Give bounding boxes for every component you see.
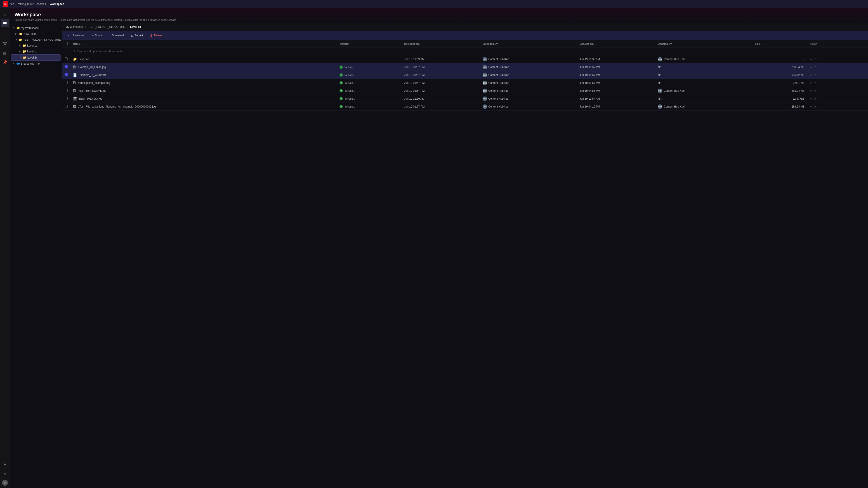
row-checkbox-cell[interactable]: [62, 55, 70, 63]
page-title: Workspace: [14, 12, 864, 18]
toolbar-delete-button[interactable]: 🗑 Delete: [147, 33, 164, 38]
row-checkbox-cell[interactable]: [62, 87, 70, 95]
file-name-text[interactable]: TEST_PROXY.mov: [79, 97, 102, 100]
more-icon[interactable]: ⋮: [822, 66, 825, 69]
file-breadcrumb-my-workspace[interactable]: My Workspace: [66, 25, 84, 29]
sidebar-list-icon[interactable]: ☰: [1, 31, 9, 39]
edit-icon[interactable]: ✏: [810, 58, 812, 61]
edit-icon[interactable]: ✏: [810, 66, 812, 69]
sidebar-image-icon[interactable]: 🖼: [1, 40, 9, 48]
drag-drop-row[interactable]: ⬆ Drag and drop additional files or fold…: [62, 47, 868, 55]
share-icon[interactable]: ↗: [814, 81, 816, 85]
download-row-icon[interactable]: ↓: [818, 89, 820, 93]
file-name-text[interactable]: Example_DI_Guide.jpg: [78, 66, 106, 69]
share-icon[interactable]: ↗: [814, 73, 816, 77]
download-row-icon[interactable]: ↓: [818, 58, 820, 61]
share-icon[interactable]: ↗: [814, 97, 816, 101]
share-icon[interactable]: ↗: [814, 105, 816, 108]
folder-test-folder-icon: 📁: [19, 38, 22, 41]
row-checkbox[interactable]: [65, 89, 68, 92]
breadcrumb-project[interactable]: NPS Training TEST: Season 1: [10, 2, 46, 6]
more-icon[interactable]: ⋮: [822, 89, 825, 93]
tree-item-new-folder[interactable]: ▶ 📁 New Folder: [11, 31, 61, 37]
th-uploaded-on[interactable]: Uploaded On: [401, 40, 480, 47]
uploaded-by-name: Content Hub Karl: [489, 73, 509, 76]
row-updated-by-cell: CHK Content Hub Karl: [655, 87, 752, 95]
edit-icon[interactable]: ✏: [810, 105, 812, 108]
row-checkbox[interactable]: [65, 81, 68, 84]
tree-item-test-folder[interactable]: ▼ 📁 TEST_FOLDER_STRUCTURE: [11, 37, 61, 42]
user-avatar[interactable]: U: [2, 480, 8, 486]
tree-item-level-1b[interactable]: ▶ 📁 Level 1b: [11, 48, 61, 54]
file-name-text[interactable]: Test_File_RENAME.jpg: [78, 89, 106, 92]
row-uploaded-by-cell: CHK Content Hub Karl: [480, 55, 577, 63]
toolbar-download-button[interactable]: ↓ Download: [107, 33, 127, 38]
settings-icon[interactable]: ⚙: [1, 470, 9, 478]
more-icon[interactable]: ⋮: [822, 81, 825, 85]
more-icon[interactable]: ⋮: [822, 97, 825, 101]
row-checkbox[interactable]: [65, 73, 68, 76]
tree-item-my-workspace[interactable]: ▼ 📁 My Workspace: [11, 25, 61, 31]
tree-item-shared-with-me[interactable]: ▶ 👥 Shared with me: [11, 61, 61, 66]
share-icon[interactable]: ↗: [814, 66, 816, 69]
share-icon[interactable]: ↗: [814, 89, 816, 93]
toolbar-selected-count: 2 selected: [73, 34, 85, 37]
tree-item-level-1c[interactable]: ▼ 📁 Level 1c: [11, 55, 61, 61]
row-updated-on-cell: Jun 19 01:57 PM: [577, 71, 655, 79]
delete-icon: 🗑: [150, 34, 153, 37]
sidebar-grid-icon[interactable]: ⊞: [1, 10, 9, 18]
row-checkbox-cell[interactable]: [62, 79, 70, 87]
row-checkbox-cell[interactable]: [62, 95, 70, 103]
uploaded-by-avatar: CHK: [483, 89, 487, 93]
row-action-cell: ✏ ↗ ↓ ⋮: [807, 55, 868, 63]
file-breadcrumb-test-folder[interactable]: TEST_FOLDER_STRUCTURE: [88, 25, 126, 29]
share-icon[interactable]: ↗: [814, 58, 816, 61]
file-name-text[interactable]: framingchart_example.png: [78, 81, 110, 85]
sidebar-collapse-toggle[interactable]: ⇔: [1, 460, 9, 468]
row-checkbox[interactable]: [65, 65, 68, 68]
download-row-icon[interactable]: ↓: [818, 66, 820, 69]
row-checkbox[interactable]: [65, 97, 68, 100]
row-checkbox-cell[interactable]: [62, 103, 70, 111]
transfer-badge: ✓ File Uplo...: [340, 73, 399, 76]
more-icon[interactable]: ⋮: [822, 73, 825, 77]
more-icon[interactable]: ⋮: [822, 58, 825, 61]
row-uploaded-by-cell: CHK Content Hub Karl: [480, 71, 577, 79]
table-row: 🎬 TEST_PROXY.mov ✓ File Uplo... Jun 19 1…: [62, 95, 868, 103]
download-icon: ↓: [110, 34, 111, 37]
download-row-icon[interactable]: ↓: [818, 105, 820, 108]
row-size-cell: 595.42 KB: [752, 71, 807, 79]
file-name-text[interactable]: zTest_File_extra_long_filename_for_ exam…: [78, 105, 156, 108]
toolbar-share-button[interactable]: ↗ Share: [89, 33, 105, 38]
select-all-checkbox[interactable]: [65, 42, 68, 45]
toolbar-close-button[interactable]: ×: [66, 33, 71, 38]
tree-sidebar: ▼ 📁 My Workspace ▶ 📁 New Folder ▼ 📁: [10, 23, 62, 488]
edit-icon[interactable]: ✏: [810, 97, 812, 101]
row-action-icons: ✏ ↗ ↓ ⋮: [810, 73, 865, 77]
file-name-text[interactable]: Level 2c: [79, 58, 89, 61]
sidebar-pin-icon[interactable]: 📌: [1, 58, 9, 66]
file-name-text[interactable]: Example_DI_Guide.tiff: [79, 73, 106, 76]
row-checkbox-cell[interactable]: [62, 63, 70, 71]
file-type-icon: 🖼: [73, 65, 76, 69]
more-icon[interactable]: ⋮: [822, 105, 825, 108]
th-name[interactable]: Name ↑↓: [70, 40, 337, 47]
row-checkbox-cell[interactable]: [62, 71, 70, 79]
download-row-icon[interactable]: ↓: [818, 81, 820, 85]
edit-icon[interactable]: ✏: [810, 81, 812, 85]
sidebar-folder-icon[interactable]: [1, 19, 9, 27]
row-checkbox[interactable]: [65, 105, 68, 108]
row-action-icons: ✏ ↗ ↓ ⋮: [810, 66, 865, 69]
tree-item-level-1a[interactable]: ▶ 📁 Level 1a: [11, 43, 61, 48]
uploaded-by-name: Content Hub Karl: [489, 105, 509, 108]
transfer-status-icon: ✓: [340, 81, 343, 85]
download-row-icon[interactable]: ↓: [818, 97, 820, 101]
download-row-icon[interactable]: ↓: [818, 73, 820, 77]
edit-icon[interactable]: ✏: [810, 89, 812, 93]
row-checkbox[interactable]: [65, 57, 68, 60]
sidebar-chart-icon[interactable]: ▦: [1, 49, 9, 57]
file-type-icon: 🖼: [73, 105, 76, 108]
toolbar-submit-button[interactable]: ◻ Submit: [128, 33, 146, 38]
th-size[interactable]: Size ↑↓: [752, 40, 807, 47]
edit-icon[interactable]: ✏: [810, 73, 812, 77]
